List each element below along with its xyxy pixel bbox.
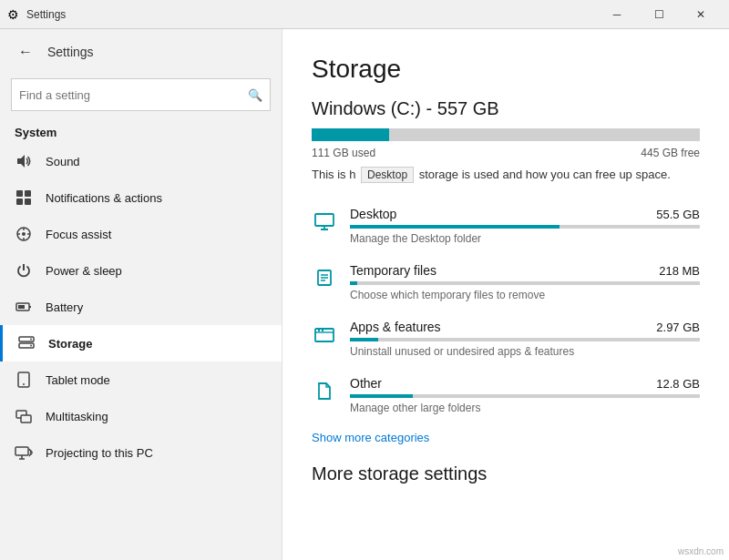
svg-point-15	[23, 383, 25, 385]
back-button[interactable]: ←	[15, 40, 36, 64]
sidebar-item-focus[interactable]: Focus assist	[0, 216, 282, 252]
storage-item-temp-header: Temporary files 218 MB	[350, 263, 700, 278]
title-bar-controls: ─ ☐ ✕	[596, 0, 722, 29]
sidebar-item-notifications[interactable]: Notifications & actions	[0, 179, 282, 216]
svg-rect-22	[318, 330, 320, 331]
storage-item-apps-desc: Uninstall unused or undesired apps & fea…	[350, 345, 700, 358]
storage-item-apps-size: 2.97 GB	[656, 321, 700, 334]
tablet-icon	[15, 371, 33, 389]
storage-item-desktop-header: Desktop 55.5 GB	[350, 207, 700, 221]
storage-item-desktop-desc: Manage the Desktop folder	[350, 232, 700, 245]
storage-item-apps-bar	[350, 338, 700, 341]
apps-icon	[312, 321, 337, 347]
sidebar: ← Settings 🔍 System Sound	[0, 29, 282, 560]
projecting-icon	[15, 443, 33, 462]
sidebar-item-label-power: Power & sleep	[46, 264, 122, 278]
sidebar-item-power[interactable]: Power & sleep	[0, 252, 282, 289]
storage-item-apps-info: Apps & features 2.97 GB Uninstall unused…	[350, 320, 700, 358]
search-box[interactable]: 🔍	[11, 78, 271, 111]
storage-item-temp-size: 218 MB	[659, 264, 700, 278]
storage-item-temp-desc: Choose which temporary files to remove	[350, 289, 700, 301]
storage-bar	[312, 128, 700, 141]
storage-item-other-header: Other 12.8 GB	[350, 376, 700, 391]
sound-icon	[15, 152, 33, 170]
svg-rect-3	[16, 199, 23, 205]
svg-rect-1	[16, 190, 23, 197]
focus-icon	[15, 225, 33, 243]
sidebar-app-title: Settings	[47, 45, 94, 59]
watermark: wsxdn.com	[678, 546, 724, 556]
svg-marker-0	[17, 155, 25, 168]
show-more-link[interactable]: Show more categories	[312, 431, 429, 444]
svg-point-6	[22, 232, 26, 236]
drive-title: Windows (C:) - 557 GB	[312, 98, 700, 119]
storage-item-other-fill	[350, 394, 413, 398]
temp-icon	[312, 265, 337, 290]
svg-rect-4	[25, 199, 31, 205]
sidebar-item-projecting[interactable]: Projecting to this PC	[0, 434, 282, 471]
sidebar-item-label-multitasking: Multitasking	[46, 410, 108, 423]
storage-item-apps-name: Apps & features	[350, 320, 441, 334]
power-icon	[15, 261, 33, 280]
storage-description: This is h Desktop storage is used and ho…	[312, 167, 700, 183]
svg-rect-19	[315, 214, 334, 226]
title-bar: ⚙ Settings ─ ☐ ✕	[0, 0, 729, 29]
sidebar-item-label-sound: Sound	[46, 155, 80, 168]
sidebar-item-label-battery: Battery	[46, 300, 83, 314]
page-title: Storage	[312, 55, 700, 84]
storage-item-desktop[interactable]: Desktop 55.5 GB Manage the Desktop folde…	[312, 198, 700, 254]
sidebar-item-sound[interactable]: Sound	[0, 143, 282, 179]
storage-item-other-name: Other	[350, 376, 382, 391]
multitasking-icon	[15, 407, 33, 425]
sidebar-item-battery[interactable]: Battery	[0, 289, 282, 325]
search-icon: 🔍	[241, 88, 270, 102]
more-storage-title: More storage settings	[312, 463, 700, 484]
storage-icon	[17, 334, 36, 352]
storage-used-label: 111 GB used	[312, 147, 375, 159]
svg-rect-23	[322, 330, 323, 331]
tooltip-label: Desktop	[361, 167, 414, 183]
storage-item-other-bar	[350, 394, 700, 398]
maximize-button[interactable]: ☐	[638, 0, 680, 29]
title-bar-left: ⚙ Settings	[7, 7, 66, 22]
search-input[interactable]	[12, 88, 241, 102]
sidebar-item-storage[interactable]: Storage	[0, 325, 282, 361]
svg-rect-17	[21, 415, 31, 423]
app-container: ← Settings 🔍 System Sound	[0, 29, 729, 560]
minimize-button[interactable]: ─	[596, 0, 638, 29]
sidebar-item-label-storage: Storage	[48, 337, 92, 351]
close-button[interactable]: ✕	[680, 0, 722, 29]
sidebar-item-tablet[interactable]: Tablet mode	[0, 361, 282, 398]
notifications-icon	[15, 188, 33, 207]
storage-item-apps-fill	[350, 338, 378, 341]
svg-rect-18	[15, 447, 28, 455]
storage-bar-used	[312, 128, 389, 141]
sidebar-item-label-focus: Focus assist	[46, 228, 111, 241]
storage-item-apps[interactable]: Apps & features 2.97 GB Uninstall unused…	[312, 311, 700, 367]
storage-item-other[interactable]: Other 12.8 GB Manage other large folders	[312, 367, 700, 423]
storage-item-apps-header: Apps & features 2.97 GB	[350, 320, 700, 334]
sidebar-header: ← Settings	[0, 29, 282, 75]
sidebar-item-label-notifications: Notifications & actions	[46, 191, 162, 205]
svg-point-13	[30, 345, 32, 347]
storage-item-temp-bar	[350, 281, 700, 285]
storage-item-desktop-name: Desktop	[350, 207, 396, 221]
sidebar-section-label: System	[0, 118, 282, 143]
storage-item-desktop-bar	[350, 225, 700, 229]
storage-item-other-size: 12.8 GB	[656, 377, 700, 391]
storage-item-temp-info: Temporary files 218 MB Choose which temp…	[350, 263, 700, 301]
app-icon: ⚙	[7, 7, 19, 22]
title-bar-title: Settings	[26, 8, 66, 21]
sidebar-item-multitasking[interactable]: Multitasking	[0, 398, 282, 434]
svg-rect-9	[29, 306, 31, 308]
other-icon	[312, 378, 337, 403]
storage-item-desktop-size: 55.5 GB	[656, 208, 700, 221]
storage-bar-labels: 111 GB used 445 GB free	[312, 147, 700, 159]
storage-item-other-desc: Manage other large folders	[350, 402, 700, 414]
desc-prefix: This is h	[312, 168, 355, 181]
main-content: Storage Windows (C:) - 557 GB 111 GB use…	[282, 29, 729, 560]
svg-rect-8	[18, 305, 25, 309]
storage-item-temp[interactable]: Temporary files 218 MB Choose which temp…	[312, 254, 700, 311]
desktop-icon	[312, 209, 337, 234]
sidebar-item-label-projecting: Projecting to this PC	[46, 446, 153, 460]
